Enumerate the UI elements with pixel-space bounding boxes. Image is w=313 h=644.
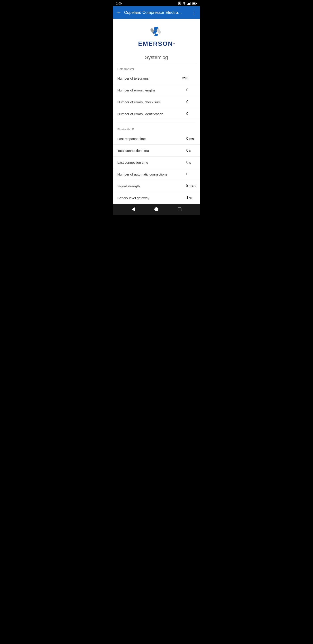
row-telegrams: Number of telegrams 293 (113, 72, 200, 84)
row-auto-connections-value: 0 (186, 172, 188, 176)
svg-rect-4 (189, 3, 190, 5)
nav-recent-icon (178, 208, 181, 211)
row-signal-strength-label: Signal strength (117, 184, 186, 188)
row-errors-lengths: Number of errors, lengths 0 (113, 84, 200, 96)
row-total-connection-time-value: 0 (186, 148, 188, 153)
row-total-connection-time-label: Total connection time (117, 149, 187, 152)
row-last-response-time: Last response time 0 ms (113, 133, 200, 145)
row-errors-checksum-value: 0 (186, 100, 188, 104)
emerson-logo: EMERSON™ (138, 26, 175, 48)
main-content: EMERSON™ Systemlog Data transfer Number … (113, 19, 200, 204)
row-errors-lengths-label: Number of errors, lengths (117, 88, 187, 92)
row-auto-connections-label: Number of automatic connections (117, 172, 187, 176)
row-telegrams-value: 293 (182, 76, 188, 80)
row-total-connection-time: Total connection time 0 s (113, 145, 200, 156)
app-bar-title: Copeland Compressor Electro… (124, 10, 191, 15)
svg-marker-12 (154, 34, 158, 36)
row-battery-level-gateway-value: -1 (185, 196, 188, 200)
status-bar: 2:00 (113, 0, 200, 6)
svg-rect-5 (190, 2, 191, 5)
nav-back-button[interactable] (129, 205, 138, 214)
row-last-connection-time-value: 0 (186, 160, 188, 164)
row-last-connection-time: Last connection time 0 s (113, 156, 200, 168)
row-auto-connections: Number of automatic connections 0 (113, 168, 200, 180)
row-telegrams-label: Number of telegrams (117, 76, 182, 80)
svg-rect-7 (196, 3, 197, 4)
row-last-response-time-unit: ms (189, 137, 196, 141)
row-signal-strength: Signal strength 0 dBm (113, 180, 200, 192)
status-time: 2:00 (116, 2, 122, 5)
signal-icon (187, 2, 191, 5)
nav-home-icon (154, 207, 158, 211)
row-last-connection-time-unit: s (189, 160, 196, 164)
emerson-logo-text: EMERSON™ (138, 40, 175, 48)
svg-rect-2 (187, 4, 188, 5)
svg-rect-1 (179, 2, 180, 4)
row-errors-checksum: Number of errors, check sum 0 (113, 96, 200, 108)
logo-area: EMERSON™ (113, 19, 200, 53)
nav-recent-button[interactable] (175, 205, 184, 214)
row-signal-strength-value: 0 (186, 184, 188, 188)
nav-home-button[interactable] (152, 205, 161, 214)
row-errors-checksum-label: Number of errors, check sum (117, 100, 187, 104)
section-label-data-transfer: Data transfer (113, 63, 200, 72)
status-icons (178, 2, 197, 5)
back-button[interactable]: ← (117, 10, 122, 16)
bottom-nav (113, 204, 200, 215)
row-errors-identification-label: Number of errors, identification (117, 112, 187, 116)
row-signal-strength-unit: dBm (189, 184, 196, 188)
app-bar: ← Copeland Compressor Electro… ⋮ (113, 6, 200, 19)
row-last-response-time-label: Last response time (117, 137, 187, 141)
row-errors-lengths-value: 0 (186, 88, 188, 92)
row-battery-level-gateway-unit: % (189, 196, 196, 200)
battery-icon (192, 2, 197, 5)
sim-icon (178, 2, 181, 5)
emerson-logo-icon (147, 26, 165, 39)
row-last-response-time-value: 0 (186, 136, 188, 141)
row-errors-identification-value: 0 (186, 112, 188, 116)
section-label-bluetooth: Bluetooth LE (113, 124, 200, 133)
row-errors-identification: Number of errors, identification 0 (113, 108, 200, 120)
row-last-connection-time-label: Last connection time (117, 160, 187, 164)
wifi-icon (182, 2, 186, 5)
row-battery-level-gateway: Battery level gateway -1 % (113, 192, 200, 204)
page-title: Systemlog (113, 53, 200, 63)
row-total-connection-time-unit: s (189, 149, 196, 152)
menu-button[interactable]: ⋮ (191, 10, 197, 16)
svg-rect-8 (192, 3, 195, 4)
nav-back-icon (132, 207, 135, 212)
row-battery-level-gateway-label: Battery level gateway (117, 196, 185, 200)
svg-rect-3 (188, 3, 189, 5)
